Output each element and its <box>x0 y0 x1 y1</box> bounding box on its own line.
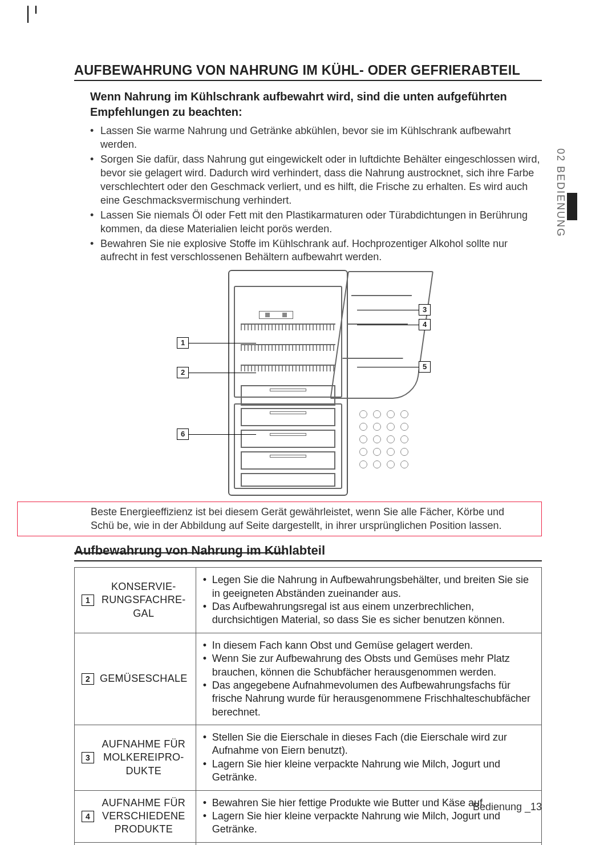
row-label-cell: 4AUFNAHME FÜR VERSCHIEDENE PRODUKTE <box>75 790 196 842</box>
row-number: 4 <box>82 811 94 822</box>
intro-heading: Wenn Nahrung im Kühlschrank aufbewahrt w… <box>90 89 542 120</box>
row-point: Legen Sie die Nahrung in Aufbewahrungsbe… <box>203 573 534 600</box>
row-point: In diesem Fach kann Obst und Gemüse gela… <box>203 639 534 652</box>
row-number: 1 <box>82 595 94 606</box>
table-row: 2GEMÜSESCHALEIn diesem Fach kann Obst un… <box>75 633 542 725</box>
side-tab-text: 02 BEDIENUNG <box>554 148 566 237</box>
row-number: 3 <box>82 752 94 763</box>
row-desc-cell: Bewahren Sie hier fettige Produkte wie B… <box>196 790 541 842</box>
row-point: Das angegebene Aufnahmevolumen des Aufbe… <box>203 679 534 719</box>
bullet-item: Lassen Sie niemals Öl oder Fett mit den … <box>90 209 542 236</box>
callout-3: 3 <box>357 304 431 316</box>
table-row: 4AUFNAHME FÜR VERSCHIEDENE PRODUKTEBewah… <box>75 790 542 842</box>
row-label: AUFNAHME FÜR VERSCHIEDENE PRODUKTE <box>99 797 189 836</box>
row-label-cell: 3AUFNAHME FÜR MOLKEREIPRO-DUKTE <box>75 725 196 791</box>
table-row: 3AUFNAHME FÜR MOLKEREIPRO-DUKTEStellen S… <box>75 725 542 791</box>
energy-note-text: Beste Energieeffizienz ist bei diesem Ge… <box>91 506 525 532</box>
row-desc-cell: Stellen Sie die Eierschale in dieses Fac… <box>196 725 541 791</box>
row-point: Wenn Sie zur Aufbewahrung des Obsts und … <box>203 652 534 679</box>
row-label: AUFNAHME FÜR MOLKEREIPRO-DUKTE <box>99 738 189 778</box>
bullet-item: Lassen Sie warme Nahrung und Getränke ab… <box>90 124 542 152</box>
crop-marks <box>19 0 32 46</box>
row-label-cell: 2GEMÜSESCHALE <box>75 633 196 725</box>
row-point: Lagern Sie hier kleine verpackte Nahrung… <box>203 810 534 836</box>
callout-4: 4 <box>357 319 431 330</box>
freezer-compartment <box>234 403 342 489</box>
row-label: KONSERVIE-RUNGSFACHRE-GAL <box>99 580 189 620</box>
section-title: AUFBEWAHRUNG VON NAHRUNG IM KÜHL- ODER G… <box>74 63 542 81</box>
row-point: Stellen Sie die Eierschale in dieses Fac… <box>203 731 534 758</box>
fridge-door <box>330 271 433 399</box>
row-label-cell: 1KONSERVIE-RUNGSFACHRE-GAL <box>75 568 196 633</box>
fridge-body <box>228 270 348 496</box>
bullet-item: Sorgen Sie dafür, dass Nahrung gut einge… <box>90 153 542 208</box>
row-point: Lagern Sie hier kleine verpackte Nahrung… <box>203 758 534 785</box>
page: 02 BEDIENUNG AUFBEWAHRUNG VON NAHRUNG IM… <box>0 0 616 845</box>
row-point: Das Aufbewahrungsregal ist aus einem unz… <box>203 600 534 627</box>
row-label-cell: 5AUFBEWAHRUNG FÜR GROSSE FLASCHEN <box>75 842 196 845</box>
page-footer: Bedienung _13 <box>473 801 542 813</box>
row-desc-cell: In diesem Fach kann Obst und Gemüse gela… <box>196 633 541 725</box>
intro-bullets: Lassen Sie warme Nahrung und Getränke ab… <box>90 124 542 264</box>
sub-heading: Aufbewahrung von Nahrung im Kühlabteil <box>74 543 542 561</box>
row-desc-cell: Legen Sie die Nahrung in Aufbewahrungsbe… <box>196 568 541 633</box>
fridge-diagram: 1 2 6 3 4 5 <box>177 270 439 498</box>
bullet-item: Bewahren Sie nie explosive Stoffe im Küh… <box>90 237 542 265</box>
callout-1: 1 <box>177 337 256 349</box>
table-row: 1KONSERVIE-RUNGSFACHRE-GALLegen Sie die … <box>75 568 542 633</box>
row-desc-cell: Bewahren Sie hier kleine Flaschen und Ka… <box>196 842 541 845</box>
side-tab-marker <box>567 193 577 220</box>
storage-table: 1KONSERVIE-RUNGSFACHRE-GALLegen Sie die … <box>74 567 542 845</box>
row-label: GEMÜSESCHALE <box>99 672 189 685</box>
callout-6: 6 <box>177 428 256 440</box>
callout-5: 5 <box>357 361 431 373</box>
table-row: 5AUFBEWAHRUNG FÜR GROSSE FLASCHENBewahre… <box>75 842 542 845</box>
callout-2: 2 <box>177 367 256 378</box>
side-tab: 02 BEDIENUNG <box>554 148 577 320</box>
energy-note: Beste Energieeffizienz ist bei diesem Ge… <box>17 502 542 536</box>
door-bottle-grid <box>359 410 422 484</box>
row-number: 2 <box>82 673 94 685</box>
